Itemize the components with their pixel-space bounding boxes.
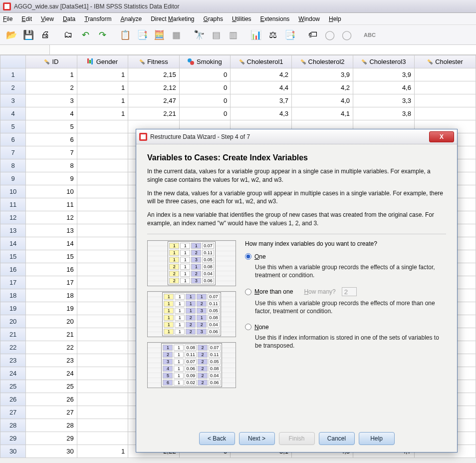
row-header[interactable]: 16: [0, 263, 26, 276]
row-header[interactable]: 1: [0, 68, 26, 81]
toolbar-grid-icon[interactable]: ▦: [169, 27, 184, 42]
cell[interactable]: [77, 276, 128, 289]
row-header[interactable]: 12: [0, 211, 26, 224]
cell[interactable]: [414, 94, 476, 107]
cell[interactable]: [77, 263, 128, 276]
row-header[interactable]: 15: [0, 250, 26, 263]
cell[interactable]: 1: [77, 68, 128, 81]
cell[interactable]: 6: [26, 133, 77, 146]
menu-graphs[interactable]: Graphs: [204, 15, 223, 22]
toolbar-goto-icon[interactable]: 📋: [118, 27, 133, 42]
cell[interactable]: 1: [77, 445, 128, 458]
toolbar-select-icon[interactable]: 📑: [282, 27, 297, 42]
cell[interactable]: 4,0: [292, 94, 353, 107]
menu-window[interactable]: Window: [298, 15, 320, 22]
cell[interactable]: [77, 432, 128, 445]
menu-data[interactable]: Data: [63, 15, 75, 22]
cell[interactable]: 4,6: [353, 81, 415, 94]
cell[interactable]: 2,47: [128, 94, 179, 107]
menu-edit[interactable]: Edit: [21, 15, 32, 22]
corner-cell[interactable]: [0, 55, 26, 68]
row-header[interactable]: 24: [0, 367, 26, 380]
row-header[interactable]: 30: [0, 445, 26, 458]
dialog-close-button[interactable]: X: [429, 131, 454, 142]
cell[interactable]: 4,1: [292, 107, 353, 120]
cell[interactable]: 25: [26, 380, 77, 393]
toolbar-recall-icon[interactable]: 🗂: [61, 27, 76, 42]
row-header[interactable]: 3: [0, 94, 26, 107]
cell[interactable]: 3,9: [292, 68, 353, 81]
menu-transform[interactable]: Transform: [84, 15, 111, 22]
cell[interactable]: 28: [26, 419, 77, 432]
cell[interactable]: [77, 289, 128, 302]
next-button[interactable]: Next >: [239, 432, 275, 445]
cell[interactable]: 3,9: [353, 68, 415, 81]
row-header[interactable]: 21: [0, 328, 26, 341]
toolbar-weight-icon[interactable]: ⚖: [265, 27, 280, 42]
row-header[interactable]: 27: [0, 406, 26, 419]
column-header-cholesterol2[interactable]: Cholesterol2: [292, 55, 353, 68]
cell[interactable]: 1: [26, 68, 77, 81]
cell[interactable]: 8: [26, 159, 77, 172]
row-header[interactable]: 22: [0, 341, 26, 354]
cell[interactable]: 2: [26, 81, 77, 94]
cell[interactable]: [414, 81, 476, 94]
toolbar-open-icon[interactable]: 📂: [4, 27, 19, 42]
cell[interactable]: [77, 328, 128, 341]
dialog-titlebar[interactable]: Restructure Data Wizard - Step 4 of 7 X: [136, 129, 457, 144]
cell[interactable]: [414, 68, 476, 81]
cell[interactable]: 9: [26, 172, 77, 185]
row-header[interactable]: 14: [0, 237, 26, 250]
cell[interactable]: [77, 302, 128, 315]
cell[interactable]: 1: [77, 81, 128, 94]
row-header[interactable]: 28: [0, 419, 26, 432]
radio-more-index[interactable]: [245, 289, 251, 295]
cell[interactable]: [77, 172, 128, 185]
back-button[interactable]: < Back: [199, 432, 235, 445]
cell[interactable]: 10: [26, 185, 77, 198]
help-button[interactable]: Help: [359, 432, 395, 445]
row-header[interactable]: 20: [0, 315, 26, 328]
row-header[interactable]: 25: [0, 380, 26, 393]
toolbar-showall-icon[interactable]: ◯: [339, 27, 354, 42]
cell[interactable]: 1: [77, 94, 128, 107]
row-header[interactable]: 9: [0, 172, 26, 185]
cell[interactable]: [77, 393, 128, 406]
cell[interactable]: 13: [26, 224, 77, 237]
menu-utilities[interactable]: Utilities: [232, 15, 251, 22]
toolbar-compute-icon[interactable]: 🧮: [152, 27, 167, 42]
menu-help[interactable]: Help: [329, 15, 341, 22]
cell[interactable]: [77, 224, 128, 237]
radio-one-label[interactable]: One: [254, 253, 266, 260]
row-header[interactable]: 6: [0, 133, 26, 146]
cell[interactable]: 4,2: [231, 68, 292, 81]
column-header-cholesterol1[interactable]: Cholesterol1: [231, 55, 292, 68]
cell[interactable]: 4,2: [292, 81, 353, 94]
column-header-fitness[interactable]: Fitness: [128, 55, 179, 68]
toolbar-undo-icon[interactable]: ↶: [78, 27, 93, 42]
toolbar-spellcheck-icon[interactable]: ABC: [362, 27, 377, 42]
radio-more-label[interactable]: More than one: [254, 288, 293, 295]
cell[interactable]: 16: [26, 263, 77, 276]
toolbar-value-labels-icon[interactable]: 🏷: [305, 27, 320, 42]
cell[interactable]: 12: [26, 211, 77, 224]
menu-analyze[interactable]: Analyze: [120, 15, 142, 22]
cancel-button[interactable]: Cancel: [319, 432, 355, 445]
cell[interactable]: 4,4: [231, 81, 292, 94]
cell[interactable]: [77, 133, 128, 146]
column-header-gender[interactable]: Gender: [77, 55, 128, 68]
cell[interactable]: 23: [26, 354, 77, 367]
cell[interactable]: [77, 419, 128, 432]
menu-file[interactable]: File: [3, 15, 12, 22]
radio-none-label[interactable]: None: [254, 324, 269, 331]
row-header[interactable]: 4: [0, 107, 26, 120]
cell[interactable]: [77, 380, 128, 393]
row-header[interactable]: 8: [0, 159, 26, 172]
row-header[interactable]: 23: [0, 354, 26, 367]
cell[interactable]: 22: [26, 341, 77, 354]
row-header[interactable]: 29: [0, 432, 26, 445]
cell[interactable]: [77, 406, 128, 419]
menu-view[interactable]: View: [41, 15, 54, 22]
toolbar-variables-icon[interactable]: 📑: [135, 27, 150, 42]
radio-none-index[interactable]: [245, 324, 251, 330]
